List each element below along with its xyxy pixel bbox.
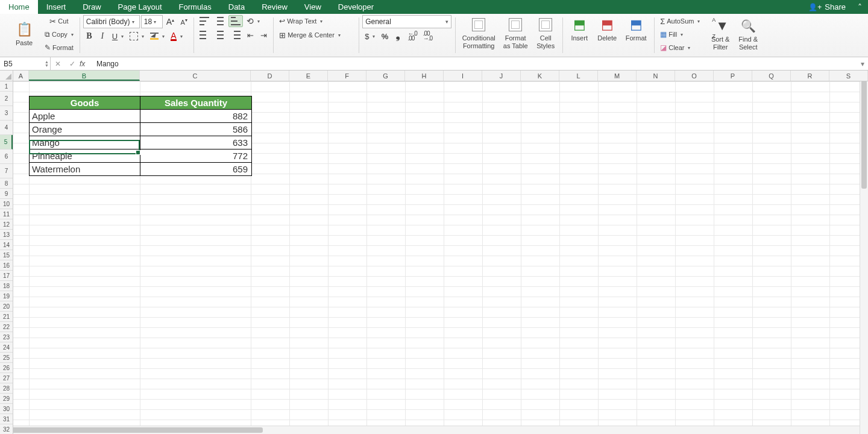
row-header-17[interactable]: 17 bbox=[0, 271, 13, 281]
column-header-S[interactable]: S bbox=[829, 71, 868, 81]
name-box[interactable]: B5 ▲▼ bbox=[0, 57, 51, 71]
menu-tab-insert[interactable]: Insert bbox=[38, 0, 75, 14]
table-row[interactable]: Mango633 bbox=[30, 136, 251, 149]
menu-tab-review[interactable]: Review bbox=[253, 0, 296, 14]
column-header-L[interactable]: L bbox=[559, 71, 598, 81]
clear-button[interactable]: Clear bbox=[658, 42, 697, 54]
row-header-32[interactable]: 32 bbox=[0, 424, 13, 434]
find-select-button[interactable]: Find & Select bbox=[735, 16, 761, 52]
row-header-13[interactable]: 13 bbox=[0, 230, 13, 240]
align-middle-button[interactable] bbox=[213, 15, 227, 27]
row-header-28[interactable]: 28 bbox=[0, 383, 13, 394]
horizontal-scrollbar[interactable] bbox=[0, 426, 860, 434]
merge-center-button[interactable]: Merge & Center bbox=[277, 29, 355, 41]
insert-cells-button[interactable]: ⬒Insert bbox=[566, 15, 593, 43]
italic-button[interactable]: I bbox=[96, 30, 108, 42]
column-header-K[interactable]: K bbox=[521, 71, 559, 81]
menu-tab-developer[interactable]: Developer bbox=[330, 0, 382, 14]
collapse-ribbon-button[interactable]: ˄ bbox=[852, 2, 868, 12]
align-bottom-button[interactable] bbox=[228, 15, 243, 27]
column-header-B[interactable]: B bbox=[29, 71, 140, 81]
row-header-21[interactable]: 21 bbox=[0, 312, 13, 322]
row-header-3[interactable]: 3 bbox=[0, 106, 13, 121]
decrease-font-button[interactable] bbox=[178, 16, 190, 28]
column-header-F[interactable]: F bbox=[328, 71, 366, 81]
delete-cells-button[interactable]: ⬒Delete bbox=[594, 15, 620, 43]
column-header-M[interactable]: M bbox=[598, 71, 637, 81]
row-header-9[interactable]: 9 bbox=[0, 189, 13, 199]
align-right-button[interactable] bbox=[228, 29, 243, 41]
row-header-2[interactable]: 2 bbox=[0, 92, 13, 106]
table-row[interactable]: Apple882 bbox=[30, 110, 251, 122]
row-header-23[interactable]: 23 bbox=[0, 332, 13, 342]
conditional-formatting-button[interactable]: Conditional Formatting bbox=[459, 15, 498, 51]
row-header-14[interactable]: 14 bbox=[0, 240, 13, 250]
row-header-10[interactable]: 10 bbox=[0, 199, 13, 209]
cells-area[interactable]: GoodsSales QuantityApple882Orange586Mang… bbox=[13, 81, 868, 434]
horizontal-scrollbar-thumb[interactable] bbox=[10, 427, 263, 433]
align-top-button[interactable] bbox=[197, 15, 212, 27]
decrease-indent-button[interactable] bbox=[244, 29, 256, 41]
format-painter-button[interactable]: Format bbox=[42, 42, 76, 54]
fill-color-button[interactable] bbox=[148, 30, 167, 42]
fill-button[interactable]: Fill bbox=[658, 28, 694, 40]
table-row[interactable]: Watermelon659 bbox=[30, 162, 251, 175]
font-size-select[interactable]: 18 bbox=[141, 15, 163, 28]
row-header-6[interactable]: 6 bbox=[0, 149, 13, 164]
column-header-D[interactable]: D bbox=[251, 71, 289, 81]
select-all-corner[interactable] bbox=[0, 71, 13, 81]
column-header-A[interactable]: A bbox=[13, 71, 29, 81]
column-header-E[interactable]: E bbox=[289, 71, 328, 81]
column-header-H[interactable]: H bbox=[405, 71, 444, 81]
autosum-button[interactable]: AutoSum bbox=[658, 15, 706, 27]
format-cells-button[interactable]: ⬒Format bbox=[621, 15, 650, 43]
column-header-G[interactable]: G bbox=[366, 71, 405, 81]
underline-button[interactable]: U bbox=[110, 30, 126, 42]
currency-button[interactable] bbox=[362, 30, 377, 42]
vertical-scrollbar-thumb[interactable] bbox=[861, 80, 867, 189]
bold-button[interactable]: B bbox=[83, 30, 95, 42]
font-color-button[interactable]: A bbox=[168, 30, 184, 42]
cell-styles-button[interactable]: Cell Styles bbox=[532, 15, 559, 51]
column-header-N[interactable]: N bbox=[637, 71, 675, 81]
row-header-7[interactable]: 7 bbox=[0, 164, 13, 178]
row-header-20[interactable]: 20 bbox=[0, 301, 13, 312]
column-header-R[interactable]: R bbox=[791, 71, 829, 81]
row-header-11[interactable]: 11 bbox=[0, 209, 13, 219]
format-as-table-button[interactable]: Format as Table bbox=[500, 15, 531, 51]
row-header-18[interactable]: 18 bbox=[0, 281, 13, 291]
row-header-12[interactable]: 12 bbox=[0, 219, 13, 230]
font-name-select[interactable]: Calibri (Body) bbox=[83, 15, 140, 28]
copy-button[interactable]: Copy bbox=[42, 28, 76, 40]
increase-font-button[interactable] bbox=[164, 16, 177, 28]
menu-tab-data[interactable]: Data bbox=[220, 0, 253, 14]
wrap-text-button[interactable]: Wrap Text bbox=[277, 15, 343, 27]
column-header-P[interactable]: P bbox=[714, 71, 752, 81]
row-header-27[interactable]: 27 bbox=[0, 373, 13, 383]
sort-filter-button[interactable]: ▼Sort & Filter bbox=[707, 16, 734, 52]
orientation-button[interactable] bbox=[244, 15, 262, 27]
expand-formula-bar-button[interactable]: ▾ bbox=[857, 60, 868, 68]
row-header-22[interactable]: 22 bbox=[0, 322, 13, 332]
row-header-31[interactable]: 31 bbox=[0, 414, 13, 424]
row-header-5[interactable]: 5 bbox=[0, 135, 13, 149]
table-row[interactable]: Orange586 bbox=[30, 122, 251, 136]
fx-icon[interactable]: fx bbox=[80, 60, 94, 68]
row-header-30[interactable]: 30 bbox=[0, 404, 13, 414]
cut-button[interactable]: Cut bbox=[42, 15, 76, 27]
row-header-26[interactable]: 26 bbox=[0, 363, 13, 373]
increase-decimal-button[interactable] bbox=[405, 30, 419, 42]
name-box-spinner-icon[interactable]: ▲▼ bbox=[45, 60, 49, 68]
row-header-8[interactable]: 8 bbox=[0, 178, 13, 189]
menu-tab-view[interactable]: View bbox=[296, 0, 330, 14]
row-header-16[interactable]: 16 bbox=[0, 260, 13, 271]
row-header-25[interactable]: 25 bbox=[0, 353, 13, 363]
column-header-C[interactable]: C bbox=[140, 71, 251, 81]
row-header-15[interactable]: 15 bbox=[0, 250, 13, 260]
menu-tab-page-layout[interactable]: Page Layout bbox=[110, 0, 171, 14]
menu-tab-draw[interactable]: Draw bbox=[74, 0, 109, 14]
enter-formula-button[interactable]: ✓ bbox=[65, 60, 80, 68]
vertical-scrollbar[interactable] bbox=[860, 71, 868, 434]
number-format-select[interactable]: General▾ bbox=[362, 15, 451, 28]
increase-indent-button[interactable] bbox=[257, 29, 269, 41]
